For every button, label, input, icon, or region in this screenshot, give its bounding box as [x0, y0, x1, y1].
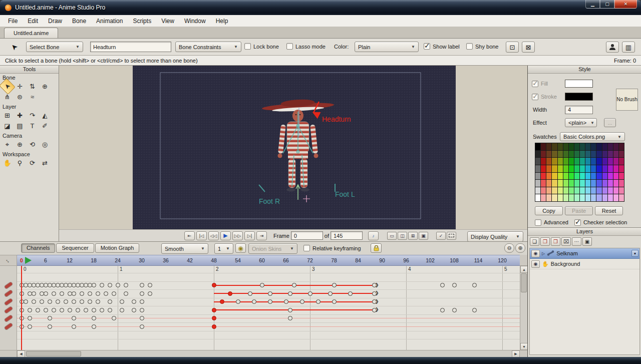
menu-scripts[interactable]: Scripts [128, 16, 156, 26]
color-swatch[interactable] [585, 143, 590, 150]
color-swatch[interactable] [619, 158, 624, 165]
color-swatch[interactable] [569, 143, 574, 150]
color-swatch[interactable] [535, 165, 540, 172]
effect-dropdown[interactable]: <plain> [565, 118, 597, 127]
color-swatch[interactable] [546, 143, 551, 150]
color-swatch[interactable] [569, 180, 574, 187]
scroll-up-button[interactable]: ▲ [520, 266, 528, 273]
horizontal-scroll-track[interactable] [25, 350, 512, 357]
color-swatch[interactable] [546, 158, 551, 165]
region-select-button[interactable] [447, 232, 456, 240]
keyframe[interactable] [44, 308, 48, 312]
keyframe[interactable] [140, 299, 144, 304]
translate-bone-tool[interactable]: ✛ [14, 81, 26, 92]
color-swatch[interactable] [558, 165, 563, 172]
color-swatch[interactable] [608, 158, 613, 165]
keyframe[interactable] [292, 283, 296, 287]
jump-end-button[interactable]: ⇥ [256, 231, 267, 240]
lasso-mode-checkbox[interactable]: Lasso mode [286, 43, 326, 50]
tool-mode-dropdown[interactable]: Select Bone [26, 42, 83, 52]
keyframe[interactable] [288, 291, 292, 296]
color-swatch[interactable] [619, 151, 624, 158]
menu-help[interactable]: Help [211, 16, 233, 26]
pan-workspace-tool[interactable]: ✋ [1, 158, 14, 168]
layer-row-selknam[interactable]: ◉▷Selknam▼ [530, 248, 639, 259]
color-swatch[interactable] [619, 173, 624, 180]
keyframe[interactable] [52, 308, 56, 312]
keyframe[interactable] [72, 299, 76, 304]
copy-style-button[interactable]: Copy [535, 206, 563, 215]
color-swatch[interactable] [569, 165, 574, 172]
swatches-dropdown[interactable]: Basic Colors.png [560, 132, 625, 141]
keyframe[interactable] [288, 308, 292, 312]
character-figure[interactable] [261, 98, 334, 191]
color-swatch[interactable] [608, 187, 613, 194]
keyframe[interactable] [28, 308, 32, 312]
foot-bones[interactable] [259, 184, 335, 192]
color-swatch[interactable] [596, 194, 601, 201]
timeline-horizontal-scrollbar[interactable]: ◀ ▶ [0, 350, 527, 357]
library-panel-button[interactable]: ▥ [622, 42, 635, 53]
stroke-width-field[interactable] [565, 106, 593, 114]
keyframe[interactable] [452, 308, 457, 312]
color-swatch[interactable] [619, 143, 624, 150]
keyframe[interactable] [60, 291, 64, 296]
timeline-zoom-out-button[interactable]: ⊖ [504, 243, 514, 253]
keyframe[interactable] [84, 308, 88, 312]
minimize-button[interactable]: ▁ [585, 0, 600, 9]
color-swatch[interactable] [552, 180, 557, 187]
color-swatch[interactable] [602, 180, 607, 187]
color-swatch[interactable] [591, 151, 596, 158]
bone-xray-button[interactable]: ⊡ [506, 42, 519, 53]
color-swatch[interactable] [541, 173, 546, 180]
single-view-button[interactable]: ▭ [387, 232, 397, 240]
color-swatch[interactable] [580, 158, 585, 165]
keyframe[interactable] [92, 283, 96, 287]
color-swatch[interactable] [585, 158, 590, 165]
color-swatch[interactable] [613, 165, 618, 172]
keyframe[interactable] [120, 299, 124, 304]
color-swatch[interactable] [563, 165, 568, 172]
color-swatch[interactable] [619, 165, 624, 172]
menu-edit[interactable]: Edit [23, 16, 43, 26]
keyframe[interactable] [300, 299, 304, 304]
shy-bone-box[interactable] [466, 43, 473, 50]
color-swatch[interactable] [608, 173, 613, 180]
color-swatch[interactable] [608, 143, 613, 150]
color-swatch[interactable] [558, 151, 563, 158]
color-swatch[interactable] [574, 158, 579, 165]
keyframe[interactable] [56, 299, 60, 304]
color-swatch[interactable] [541, 194, 546, 201]
color-swatch[interactable] [546, 194, 551, 201]
color-swatch[interactable] [591, 180, 596, 187]
lock-bone-checkbox[interactable]: Lock bone [244, 43, 279, 50]
keyframe[interactable] [120, 308, 124, 312]
actions-panel-button[interactable] [606, 42, 619, 53]
color-swatch[interactable] [602, 143, 607, 150]
split-two-view-button[interactable]: ◫ [398, 232, 407, 240]
new-bone-layer-button[interactable]: ❐ [540, 237, 550, 246]
keyframe[interactable] [32, 291, 36, 296]
new-layer-button[interactable]: ❏ [530, 237, 539, 246]
color-swatch[interactable] [558, 173, 563, 180]
color-swatch[interactable] [541, 165, 546, 172]
color-swatch[interactable] [558, 187, 563, 194]
menu-window[interactable]: Window [179, 16, 211, 26]
keyframe[interactable] [40, 299, 44, 304]
stroke-color-swatch[interactable] [565, 93, 593, 101]
keyframe[interactable] [332, 283, 337, 287]
scroll-right-button[interactable]: ▶ [512, 350, 520, 357]
keyframe[interactable] [220, 299, 224, 304]
keyframe[interactable] [72, 291, 76, 296]
keyframe[interactable] [472, 308, 477, 312]
color-swatch[interactable] [541, 143, 546, 150]
duplicate-layer-button[interactable]: ▣ [582, 237, 592, 246]
close-button[interactable]: ✕ [614, 0, 637, 9]
next-keyframe-button[interactable]: ▷| [244, 231, 255, 240]
color-swatch[interactable] [563, 187, 568, 194]
menu-view[interactable]: View [156, 16, 179, 26]
keyframe[interactable] [28, 316, 32, 320]
keyframe[interactable] [260, 283, 264, 287]
color-swatch[interactable] [580, 187, 585, 194]
color-swatch[interactable] [558, 143, 563, 150]
